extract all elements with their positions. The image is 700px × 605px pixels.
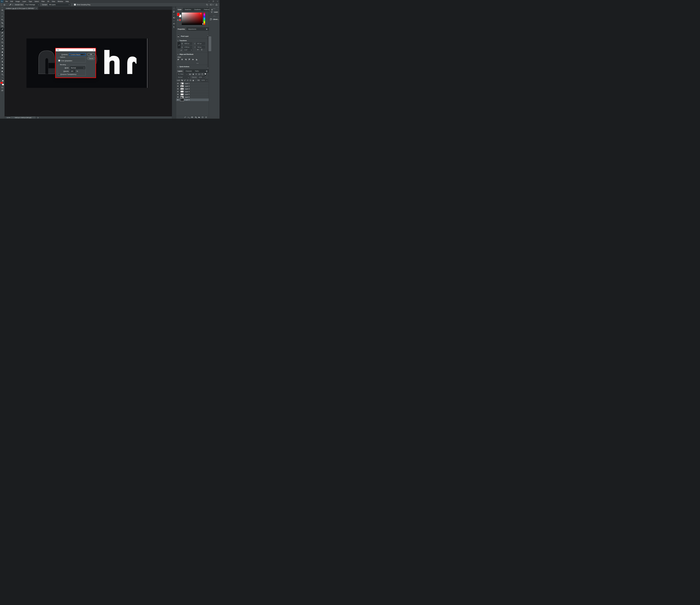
layer-row[interactable]: Layer 2 [176, 85, 209, 88]
foreground-color-swatch[interactable] [0, 82, 3, 84]
zoom-level[interactable]: 12.5% [5, 117, 11, 119]
menu-edit[interactable]: Edit [9, 0, 14, 3]
layer-visibility-toggle[interactable] [176, 90, 180, 93]
layer-opacity-input[interactable]: 100% [198, 76, 205, 78]
align-bottom-edges-icon[interactable] [196, 58, 198, 60]
menu-select[interactable]: Select [33, 0, 40, 3]
filter-type-layers-icon[interactable] [195, 73, 197, 75]
ok-button[interactable]: OK [87, 53, 95, 56]
layer-thumbnail[interactable] [180, 93, 184, 96]
lock-position-icon[interactable] [187, 79, 189, 81]
gamut-warning-icon[interactable] [177, 19, 179, 21]
home-icon[interactable] [3, 4, 5, 6]
layer-visibility-toggle[interactable] [176, 85, 180, 87]
brush-tool[interactable] [0, 34, 4, 37]
flip-horizontal-icon[interactable] [197, 49, 199, 51]
color-tab-color[interactable]: Color [176, 8, 183, 11]
lock-all-icon[interactable] [192, 79, 194, 81]
history-panel-icon[interactable] [173, 17, 175, 19]
crop-tool[interactable] [0, 21, 4, 25]
properties-tab-properties[interactable]: Properties [176, 27, 186, 31]
chevron-down-icon[interactable] [212, 4, 214, 5]
layer-visibility-toggle[interactable] [176, 82, 180, 85]
align-left-edges-icon[interactable] [177, 58, 180, 60]
layer-filtering-toggle[interactable] [204, 73, 206, 76]
color-tab-patterns[interactable]: Patterns [202, 8, 211, 11]
background-color-swatch[interactable] [2, 84, 4, 85]
new-adjustment-layer-icon[interactable] [195, 116, 197, 118]
status-chevron-icon[interactable]: ❯ [38, 117, 39, 119]
eyedropper-tool[interactable] [0, 28, 4, 31]
layer-thumbnail[interactable] [180, 88, 184, 90]
default-colors-icon[interactable] [1, 80, 4, 81]
layer-style-icon[interactable]: fx [188, 116, 190, 118]
hand-tool[interactable] [0, 70, 4, 73]
layers-panel-menu-icon[interactable] [206, 70, 209, 73]
flip-vertical-icon[interactable] [201, 49, 203, 51]
opacity-input[interactable]: 100 [70, 70, 75, 73]
clone-stamp-tool[interactable] [0, 37, 4, 41]
layer-row[interactable]: Layer 3 [176, 87, 209, 90]
collapse-rail-icon[interactable]: « [209, 6, 220, 8]
layer-thumbnail[interactable]: hr [180, 99, 184, 101]
fill-dialog-title-bar[interactable]: Fill ✕ [56, 48, 96, 51]
layer-row[interactable]: Layer 6 [176, 96, 209, 99]
properties-scrollbar[interactable]: ▲▼ [207, 34, 208, 69]
layer-thumbnail[interactable] [180, 90, 184, 93]
align-top-edges-icon[interactable] [188, 58, 191, 60]
restore-button[interactable] [211, 0, 215, 3]
layer-row[interactable]: Layer 1 [176, 82, 209, 85]
dodge-tool[interactable] [0, 54, 4, 57]
zoom-tool[interactable] [0, 73, 4, 76]
align-right-edges-icon[interactable] [184, 58, 187, 60]
rotation-angle-select[interactable]: 0.00° [183, 49, 192, 51]
layer-comps-panel-icon[interactable] [173, 10, 175, 13]
expand-panels-icon[interactable]: « [174, 6, 174, 8]
layer-thumbnail[interactable] [180, 85, 184, 87]
canvas[interactable]: Fill ✕ Contents: Content-Aware OK Cancel… [5, 10, 172, 116]
layers-tab-paths[interactable]: Paths [194, 70, 200, 73]
layer-row[interactable]: Layer 5 [176, 93, 209, 96]
path-selection-tool[interactable] [0, 63, 4, 67]
share-icon[interactable] [216, 4, 218, 6]
show-sampling-ring-checkbox[interactable]: ✓ [74, 4, 76, 5]
color-adaptation-checkbox[interactable]: ✓ [58, 60, 60, 61]
layer-visibility-toggle[interactable] [176, 99, 180, 101]
color-panel-menu-icon[interactable] [211, 8, 214, 11]
layer-filter-kind-select[interactable]: Kind [177, 73, 188, 75]
layer-fill-input[interactable]: 100% [200, 79, 208, 82]
eyedropper-tool-preset-icon[interactable] [9, 4, 11, 6]
layer-visibility-toggle[interactable] [176, 87, 180, 90]
layer-visibility-toggle[interactable] [176, 96, 180, 99]
x-input[interactable]: 837 px [196, 42, 205, 45]
layers-tab-channels[interactable]: Channels [184, 70, 194, 73]
document-info[interactable]: 8493 px x 3430 px (300 ppi) [11, 116, 35, 119]
align-vertical-centers-icon[interactable] [192, 58, 194, 60]
menu-view[interactable]: View [51, 0, 56, 3]
menu-filter[interactable]: Filter [40, 0, 46, 3]
color-field-marker[interactable] [200, 13, 201, 14]
lasso-tool[interactable] [0, 15, 4, 18]
menu-image[interactable]: Image [14, 0, 21, 3]
y-input[interactable]: 743 px [196, 46, 205, 48]
blur-tool[interactable] [0, 50, 4, 54]
layers-tab-layers[interactable]: Layers [176, 70, 184, 73]
dialog-close-icon[interactable]: ✕ [93, 49, 94, 51]
menu-3d[interactable]: 3D [46, 0, 51, 3]
add-layer-mask-icon[interactable] [191, 116, 193, 118]
new-group-icon[interactable] [198, 116, 200, 118]
layer-thumbnail[interactable] [180, 96, 184, 98]
layer-thumbnail[interactable] [180, 82, 184, 84]
quick-actions-section-header[interactable]: Quick Actions [177, 66, 189, 68]
menu-layer[interactable]: Layer [21, 0, 27, 3]
toolbar-collapse-icon[interactable]: » [0, 6, 4, 8]
gradient-tool[interactable] [0, 47, 4, 50]
document-tab[interactable]: Untitled-1.jpg @ 12.5% (Layer 0, CMYK/8)… [5, 7, 38, 10]
search-icon[interactable] [206, 4, 208, 6]
hue-slider[interactable] [204, 12, 205, 25]
filter-adjustment-layers-icon[interactable] [192, 73, 194, 75]
properties-tab-adjustments[interactable]: Adjustments [186, 27, 198, 31]
character-panel-icon[interactable]: A [173, 23, 175, 25]
edit-toolbar[interactable] [0, 76, 4, 79]
cancel-button[interactable]: Cancel [87, 57, 95, 60]
